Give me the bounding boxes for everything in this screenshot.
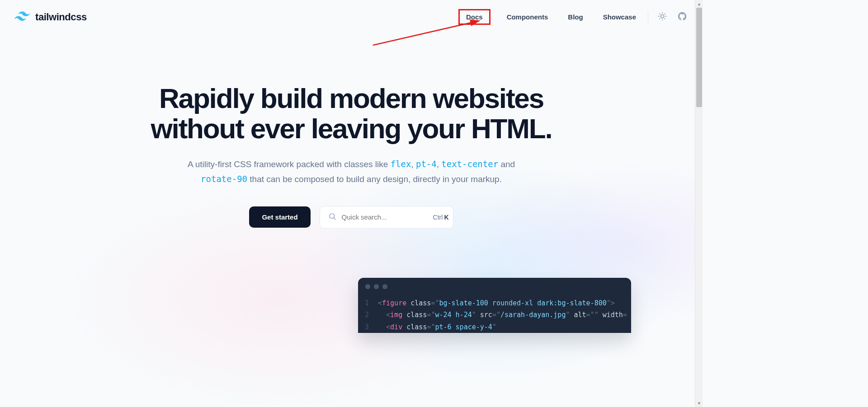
svg-point-0 bbox=[660, 14, 664, 18]
code-token-text-center: text-center bbox=[441, 159, 498, 169]
primary-nav: Docs Components Blog Showcase bbox=[458, 9, 640, 25]
window-dot bbox=[382, 284, 387, 289]
scrollbar-thumb[interactable] bbox=[696, 8, 702, 107]
get-started-button[interactable]: Get started bbox=[249, 206, 310, 228]
code-token-pt4: pt-4 bbox=[416, 159, 437, 169]
nav-link-docs[interactable]: Docs bbox=[458, 9, 491, 25]
theme-toggle-button[interactable] bbox=[656, 11, 668, 23]
header-right: Docs Components Blog Showcase bbox=[458, 9, 688, 25]
window-dot bbox=[365, 284, 370, 289]
window-titlebar bbox=[358, 278, 631, 294]
quick-search-button[interactable]: Ctrl K bbox=[320, 206, 453, 229]
nav-link-blog[interactable]: Blog bbox=[564, 10, 586, 23]
site-header: tailwindcss Docs Components Blog Showcas… bbox=[0, 0, 703, 34]
brand-logo[interactable]: tailwindcss bbox=[14, 11, 87, 23]
search-input[interactable] bbox=[342, 213, 428, 221]
tailwind-logo-icon bbox=[14, 11, 30, 23]
svg-point-2 bbox=[330, 214, 335, 219]
code-token-flex: flex bbox=[391, 159, 411, 169]
code-token-rotate90: rotate-90 bbox=[201, 174, 247, 184]
scroll-down-arrow-icon[interactable]: ▼ bbox=[695, 399, 703, 407]
cta-row: Get started Ctrl K bbox=[18, 206, 684, 229]
divider bbox=[648, 12, 648, 23]
code-line: 2 <img class="w-24 h-24" src="/sarah-day… bbox=[358, 309, 631, 321]
brand-name: tailwindcss bbox=[35, 11, 87, 23]
page-title: Rapidly build modern websites without ev… bbox=[18, 84, 684, 144]
code-editor-preview: 1<figure class="bg-slate-100 rounded-xl … bbox=[358, 278, 631, 333]
title-line-2: without ever leaving your HTML. bbox=[151, 113, 552, 144]
sun-icon bbox=[657, 11, 667, 23]
nav-link-showcase[interactable]: Showcase bbox=[599, 10, 640, 23]
scroll-up-arrow-icon[interactable]: ▲ bbox=[695, 0, 703, 8]
github-link[interactable] bbox=[676, 11, 688, 23]
code-line: 1<figure class="bg-slate-100 rounded-xl … bbox=[358, 297, 631, 309]
code-line: 3 <div class="pt-6 space-y-4" bbox=[358, 321, 631, 333]
code-body: 1<figure class="bg-slate-100 rounded-xl … bbox=[358, 294, 631, 333]
nav-link-components[interactable]: Components bbox=[503, 10, 552, 23]
hero-subtitle: A utility-first CSS framework packed wit… bbox=[179, 157, 523, 187]
github-icon bbox=[677, 11, 687, 23]
hero-section: Rapidly build modern websites without ev… bbox=[0, 34, 703, 247]
kbd-shortcut: Ctrl K bbox=[433, 214, 449, 221]
title-line-1: Rapidly build modern websites bbox=[159, 83, 543, 114]
vertical-scrollbar[interactable]: ▲ ▼ bbox=[695, 0, 703, 407]
window-dot bbox=[374, 284, 379, 289]
search-icon bbox=[328, 212, 336, 222]
